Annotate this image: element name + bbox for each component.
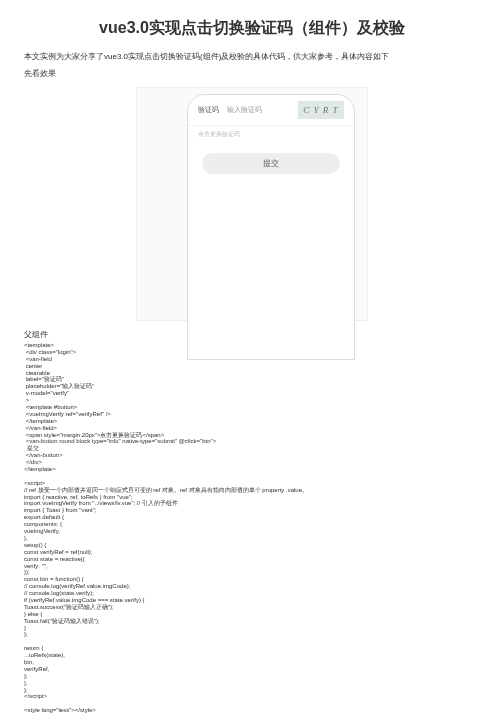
submit-button[interactable]: 提交 — [202, 153, 340, 174]
intro-text: 本文实例为大家分享了vue3.0实现点击切换验证码(组件)及校验的具体代码，供大… — [24, 51, 480, 62]
page-title: vue3.0实现点击切换验证码（组件）及校验 — [24, 18, 480, 39]
field-placeholder[interactable]: 输入验证码 — [227, 105, 262, 115]
phone-frame: 验证码 输入验证码 C Y R T 点击更换验证码 提交 — [187, 94, 355, 360]
sub-heading: 先看效果 — [24, 68, 480, 79]
screenshot: 验证码 输入验证码 C Y R T 点击更换验证码 提交 — [136, 87, 368, 321]
code-block: <template> <div class="login"> <van-fiel… — [24, 342, 480, 713]
switch-text[interactable]: 点击更换验证码 — [188, 126, 354, 143]
field-label: 验证码 — [198, 105, 219, 115]
captcha-image[interactable]: C Y R T — [298, 101, 344, 119]
captcha-row: 验证码 输入验证码 C Y R T — [188, 95, 354, 126]
